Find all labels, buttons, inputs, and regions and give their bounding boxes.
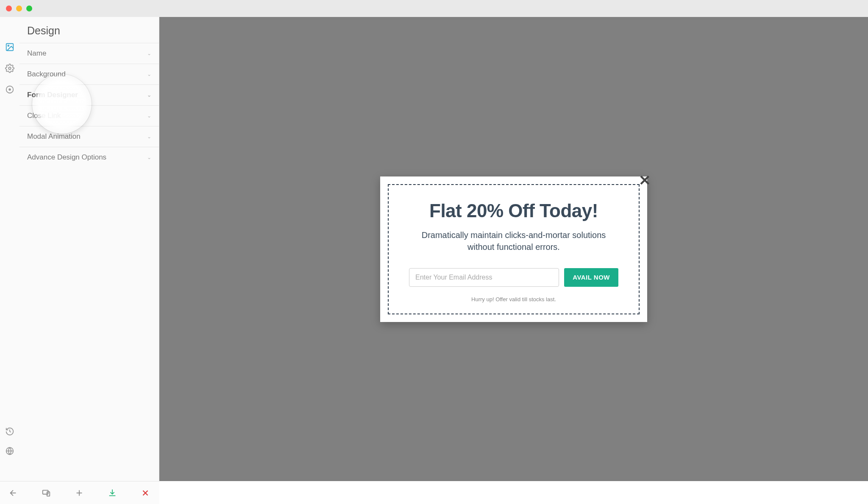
modal-preview: ✕ Flat 20% Off Today! Dramatically maint… [380, 176, 647, 322]
footer-toolbar [0, 481, 159, 504]
modal-subtitle: Dramatically maintain clicks-and-mortar … [409, 229, 618, 253]
modal-footer-text: Hurry up! Offer valid till stocks last. [409, 296, 618, 302]
chevron-down-icon: ⌄ [147, 154, 151, 160]
traffic-lights [6, 6, 32, 11]
window-titlebar [0, 0, 868, 17]
accordion-advance-design[interactable]: Advance Design Options ⌄ [19, 147, 159, 168]
svg-point-4 [9, 89, 11, 90]
discard-button[interactable] [141, 488, 150, 498]
save-button[interactable] [108, 488, 117, 498]
accordion-label: Background [27, 70, 66, 78]
history-icon[interactable] [5, 427, 14, 436]
add-button[interactable] [75, 488, 84, 498]
accordion-name[interactable]: Name ⌄ [19, 43, 159, 64]
accordion-label: Modal Animation [27, 132, 81, 141]
email-input[interactable] [409, 268, 559, 287]
svg-point-1 [8, 45, 9, 46]
chevron-down-icon: ⌄ [147, 50, 151, 56]
chevron-down-icon: ⌄ [147, 134, 151, 140]
svg-point-2 [8, 67, 11, 70]
accordion-label: Advance Design Options [27, 153, 106, 162]
chevron-down-icon: ⌄ [147, 92, 151, 98]
window-minimize-dot[interactable] [16, 6, 22, 11]
gear-icon[interactable] [5, 64, 14, 73]
accordion-label: Close Link [27, 112, 61, 120]
accordion-background[interactable]: Background ⌄ [19, 64, 159, 84]
back-button[interactable] [8, 488, 18, 498]
panel-title: Design [19, 17, 159, 43]
accordion-close-link[interactable]: Close Link ⌄ [19, 105, 159, 126]
icon-rail [0, 17, 19, 481]
globe-icon[interactable] [5, 446, 14, 456]
responsive-button[interactable] [42, 488, 51, 498]
window-zoom-dot[interactable] [26, 6, 32, 11]
preview-canvas: ✕ Flat 20% Off Today! Dramatically maint… [159, 17, 868, 481]
cta-button[interactable]: AVAIL NOW [564, 268, 618, 287]
modal-title: Flat 20% Off Today! [409, 200, 618, 221]
accordion-label: Form Designer [27, 91, 78, 99]
chevron-down-icon: ⌄ [147, 71, 151, 77]
close-icon[interactable]: ✕ [639, 173, 651, 188]
accordion-form-designer[interactable]: Form Designer ⌄ [19, 84, 159, 105]
sidebar-panel: Design Name ⌄ Background ⌄ Form Designer… [19, 17, 159, 481]
window-close-dot[interactable] [6, 6, 12, 11]
target-icon[interactable] [5, 85, 14, 94]
image-icon[interactable] [5, 42, 14, 52]
accordion-modal-animation[interactable]: Modal Animation ⌄ [19, 126, 159, 147]
accordion-label: Name [27, 49, 46, 58]
chevron-down-icon: ⌄ [147, 113, 151, 119]
